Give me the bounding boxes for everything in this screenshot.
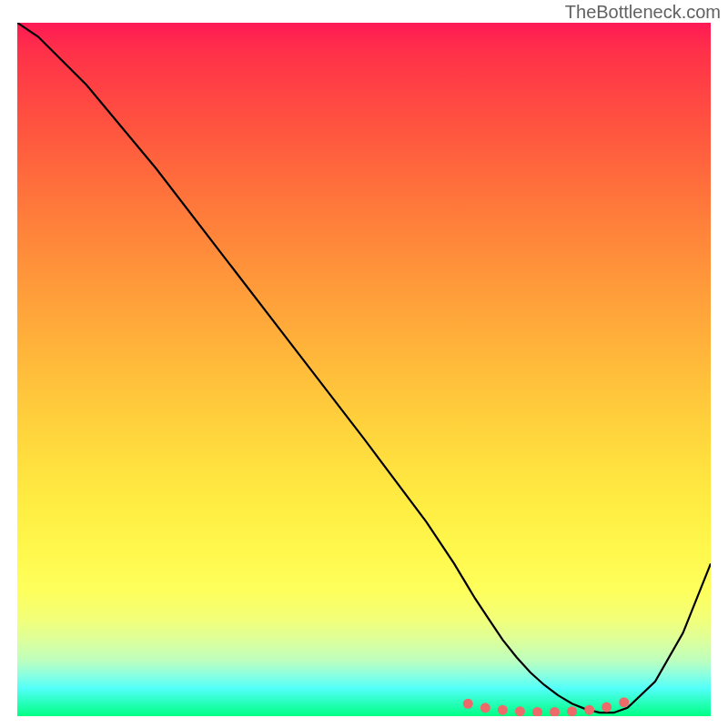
svg-point-4 xyxy=(532,707,542,716)
chart-container: TheBottleneck.com xyxy=(0,0,728,728)
svg-point-5 xyxy=(550,707,560,716)
curve-line xyxy=(17,23,711,713)
svg-point-3 xyxy=(515,706,525,716)
svg-point-8 xyxy=(602,703,612,713)
watermark: TheBottleneck.com xyxy=(565,2,721,23)
svg-point-6 xyxy=(567,706,577,716)
chart-svg xyxy=(17,23,711,716)
svg-point-1 xyxy=(480,703,490,713)
svg-point-0 xyxy=(463,699,473,709)
svg-point-7 xyxy=(584,705,594,715)
svg-point-2 xyxy=(498,705,508,715)
plot-area xyxy=(17,23,711,716)
svg-point-9 xyxy=(619,697,629,707)
